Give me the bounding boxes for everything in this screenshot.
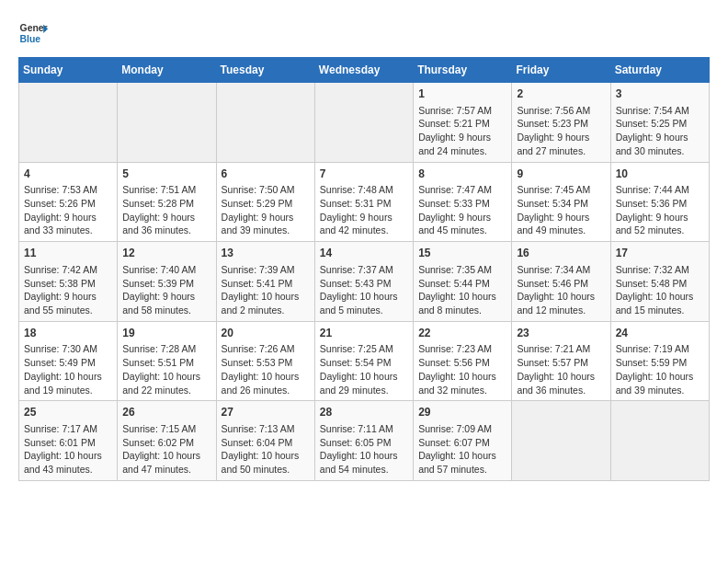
- calendar-cell: 9Sunrise: 7:45 AM Sunset: 5:34 PM Daylig…: [512, 162, 610, 242]
- weekday-header-thursday: Thursday: [414, 58, 512, 83]
- calendar-cell: 11Sunrise: 7:42 AM Sunset: 5:38 PM Dayli…: [19, 242, 118, 322]
- day-number: 10: [616, 167, 704, 182]
- day-number: 26: [122, 405, 210, 420]
- day-number: 27: [222, 405, 310, 420]
- calendar-cell: 3Sunrise: 7:54 AM Sunset: 5:25 PM Daylig…: [610, 83, 709, 163]
- calendar-cell: [118, 83, 216, 163]
- day-info: Sunrise: 7:37 AM Sunset: 5:43 PM Dayligh…: [320, 263, 408, 317]
- day-info: Sunrise: 7:25 AM Sunset: 5:54 PM Dayligh…: [320, 342, 408, 396]
- day-number: 11: [24, 246, 112, 261]
- calendar-cell: 17Sunrise: 7:32 AM Sunset: 5:48 PM Dayli…: [610, 242, 709, 322]
- day-number: 15: [418, 246, 506, 261]
- day-info: Sunrise: 7:53 AM Sunset: 5:26 PM Dayligh…: [24, 183, 112, 237]
- calendar-cell: [216, 83, 314, 163]
- day-number: 16: [517, 246, 605, 261]
- calendar-cell: 29Sunrise: 7:09 AM Sunset: 6:07 PM Dayli…: [414, 401, 512, 481]
- day-number: 4: [24, 167, 112, 182]
- weekday-header-tuesday: Tuesday: [216, 58, 314, 83]
- logo: General Blue: [18, 18, 48, 48]
- calendar-cell: 7Sunrise: 7:48 AM Sunset: 5:31 PM Daylig…: [314, 162, 413, 242]
- calendar-cell: 1Sunrise: 7:57 AM Sunset: 5:21 PM Daylig…: [414, 83, 512, 163]
- calendar-cell: 14Sunrise: 7:37 AM Sunset: 5:43 PM Dayli…: [314, 242, 413, 322]
- weekday-header-monday: Monday: [118, 58, 216, 83]
- calendar-cell: 13Sunrise: 7:39 AM Sunset: 5:41 PM Dayli…: [216, 242, 314, 322]
- day-number: 5: [122, 167, 210, 182]
- day-info: Sunrise: 7:30 AM Sunset: 5:49 PM Dayligh…: [24, 342, 112, 396]
- day-number: 1: [418, 86, 506, 102]
- day-number: 22: [418, 326, 506, 341]
- day-info: Sunrise: 7:35 AM Sunset: 5:44 PM Dayligh…: [418, 263, 506, 317]
- weekday-header-wednesday: Wednesday: [314, 58, 413, 83]
- calendar-cell: 19Sunrise: 7:28 AM Sunset: 5:51 PM Dayli…: [118, 321, 216, 401]
- weekday-header-friday: Friday: [512, 58, 610, 83]
- day-number: 23: [517, 326, 605, 341]
- calendar-cell: 2Sunrise: 7:56 AM Sunset: 5:23 PM Daylig…: [512, 83, 610, 163]
- calendar-cell: 26Sunrise: 7:15 AM Sunset: 6:02 PM Dayli…: [118, 401, 216, 481]
- calendar-cell: [610, 401, 709, 481]
- calendar-cell: [512, 401, 610, 481]
- day-info: Sunrise: 7:56 AM Sunset: 5:23 PM Dayligh…: [517, 104, 605, 158]
- calendar-cell: 22Sunrise: 7:23 AM Sunset: 5:56 PM Dayli…: [414, 321, 512, 401]
- day-info: Sunrise: 7:17 AM Sunset: 6:01 PM Dayligh…: [24, 422, 112, 477]
- day-number: 24: [616, 326, 704, 341]
- day-info: Sunrise: 7:54 AM Sunset: 5:25 PM Dayligh…: [616, 104, 704, 158]
- logo-icon: General Blue: [18, 18, 48, 48]
- day-number: 18: [24, 326, 112, 341]
- calendar-cell: 16Sunrise: 7:34 AM Sunset: 5:46 PM Dayli…: [512, 242, 610, 322]
- day-number: 6: [222, 167, 310, 182]
- page-header: General Blue: [18, 18, 710, 48]
- day-number: 2: [517, 86, 605, 102]
- day-number: 28: [320, 405, 408, 420]
- day-info: Sunrise: 7:15 AM Sunset: 6:02 PM Dayligh…: [122, 422, 210, 477]
- calendar-cell: 6Sunrise: 7:50 AM Sunset: 5:29 PM Daylig…: [216, 162, 314, 242]
- day-info: Sunrise: 7:11 AM Sunset: 6:05 PM Dayligh…: [320, 422, 408, 477]
- day-info: Sunrise: 7:13 AM Sunset: 6:04 PM Dayligh…: [222, 422, 310, 477]
- day-number: 3: [616, 86, 704, 102]
- day-info: Sunrise: 7:57 AM Sunset: 5:21 PM Dayligh…: [418, 104, 506, 158]
- day-number: 7: [320, 167, 408, 182]
- day-info: Sunrise: 7:32 AM Sunset: 5:48 PM Dayligh…: [616, 263, 704, 317]
- day-info: Sunrise: 7:45 AM Sunset: 5:34 PM Dayligh…: [517, 183, 605, 237]
- day-info: Sunrise: 7:40 AM Sunset: 5:39 PM Dayligh…: [122, 263, 210, 317]
- day-number: 13: [222, 246, 310, 261]
- day-info: Sunrise: 7:44 AM Sunset: 5:36 PM Dayligh…: [616, 183, 704, 237]
- calendar-cell: 18Sunrise: 7:30 AM Sunset: 5:49 PM Dayli…: [19, 321, 118, 401]
- calendar-cell: 8Sunrise: 7:47 AM Sunset: 5:33 PM Daylig…: [414, 162, 512, 242]
- day-info: Sunrise: 7:28 AM Sunset: 5:51 PM Dayligh…: [122, 342, 210, 396]
- weekday-header-saturday: Saturday: [610, 58, 709, 83]
- calendar-cell: 10Sunrise: 7:44 AM Sunset: 5:36 PM Dayli…: [610, 162, 709, 242]
- day-number: 25: [24, 405, 112, 420]
- svg-text:Blue: Blue: [20, 34, 41, 44]
- calendar-cell: 25Sunrise: 7:17 AM Sunset: 6:01 PM Dayli…: [19, 401, 118, 481]
- day-number: 8: [418, 167, 506, 182]
- day-info: Sunrise: 7:34 AM Sunset: 5:46 PM Dayligh…: [517, 263, 605, 317]
- calendar-cell: 15Sunrise: 7:35 AM Sunset: 5:44 PM Dayli…: [414, 242, 512, 322]
- day-number: 21: [320, 326, 408, 341]
- day-info: Sunrise: 7:09 AM Sunset: 6:07 PM Dayligh…: [418, 422, 506, 477]
- day-info: Sunrise: 7:50 AM Sunset: 5:29 PM Dayligh…: [222, 183, 310, 237]
- calendar-cell: 12Sunrise: 7:40 AM Sunset: 5:39 PM Dayli…: [118, 242, 216, 322]
- calendar-cell: [314, 83, 413, 163]
- day-info: Sunrise: 7:47 AM Sunset: 5:33 PM Dayligh…: [418, 183, 506, 237]
- day-info: Sunrise: 7:26 AM Sunset: 5:53 PM Dayligh…: [222, 342, 310, 396]
- day-number: 9: [517, 167, 605, 182]
- weekday-header-sunday: Sunday: [19, 58, 118, 83]
- calendar-cell: 24Sunrise: 7:19 AM Sunset: 5:59 PM Dayli…: [610, 321, 709, 401]
- calendar-table: SundayMondayTuesdayWednesdayThursdayFrid…: [18, 57, 710, 481]
- calendar-cell: 4Sunrise: 7:53 AM Sunset: 5:26 PM Daylig…: [19, 162, 118, 242]
- day-number: 12: [122, 246, 210, 261]
- day-number: 17: [616, 246, 704, 261]
- calendar-cell: 28Sunrise: 7:11 AM Sunset: 6:05 PM Dayli…: [314, 401, 413, 481]
- day-number: 19: [122, 326, 210, 341]
- calendar-cell: 27Sunrise: 7:13 AM Sunset: 6:04 PM Dayli…: [216, 401, 314, 481]
- calendar-cell: 20Sunrise: 7:26 AM Sunset: 5:53 PM Dayli…: [216, 321, 314, 401]
- day-number: 29: [418, 405, 506, 420]
- day-info: Sunrise: 7:23 AM Sunset: 5:56 PM Dayligh…: [418, 342, 506, 396]
- day-info: Sunrise: 7:48 AM Sunset: 5:31 PM Dayligh…: [320, 183, 408, 237]
- calendar-cell: 23Sunrise: 7:21 AM Sunset: 5:57 PM Dayli…: [512, 321, 610, 401]
- day-info: Sunrise: 7:21 AM Sunset: 5:57 PM Dayligh…: [517, 342, 605, 396]
- calendar-cell: [19, 83, 118, 163]
- day-info: Sunrise: 7:19 AM Sunset: 5:59 PM Dayligh…: [616, 342, 704, 396]
- day-info: Sunrise: 7:51 AM Sunset: 5:28 PM Dayligh…: [122, 183, 210, 237]
- day-info: Sunrise: 7:42 AM Sunset: 5:38 PM Dayligh…: [24, 263, 112, 317]
